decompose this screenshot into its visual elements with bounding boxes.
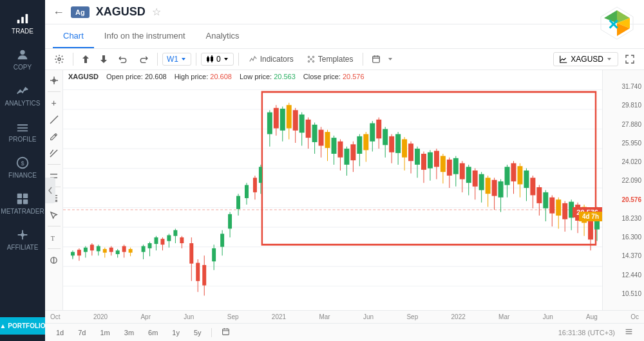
sidebar-item-metatrader[interactable]: METATRADER <box>0 187 45 220</box>
instrument-selector[interactable]: XAGUSD <box>553 52 618 66</box>
calendar-dropdown[interactable] <box>387 56 393 62</box>
tab-analytics[interactable]: Analytics <box>196 24 250 48</box>
line-tool[interactable] <box>46 112 62 127</box>
price-level-5: 24.020 <box>605 158 641 165</box>
svg-rect-4 <box>17 124 28 125</box>
svg-rect-96 <box>189 243 193 264</box>
diagonal-tool[interactable] <box>46 145 62 161</box>
arrow-up-button[interactable] <box>78 52 93 66</box>
period-5y[interactable]: 5y <box>189 327 206 338</box>
time-axis: Oct 2020 Apr Jun Sep 2021 Mar Jun Sep 20… <box>45 310 644 323</box>
analytics-icon <box>15 84 30 98</box>
tab-info[interactable]: Info on the instrument <box>94 24 196 48</box>
svg-point-23 <box>310 59 312 60</box>
copy-icon <box>15 48 30 62</box>
candle-type-select[interactable]: 0 <box>201 53 234 66</box>
svg-rect-174 <box>453 158 459 174</box>
period-1m[interactable]: 1m <box>96 327 115 338</box>
svg-rect-204 <box>549 198 554 214</box>
arrow-down-button[interactable] <box>96 52 111 66</box>
sidebar-item-analytics[interactable]: ANALYTICS <box>0 78 45 112</box>
svg-rect-138 <box>337 142 343 158</box>
sidebar-item-trade[interactable]: TRADE <box>0 6 45 40</box>
price-level-8: 16.300 <box>605 234 641 241</box>
price-level-3: 27.880 <box>605 121 641 128</box>
calendar-button[interactable] <box>368 52 384 66</box>
period-1d[interactable]: 1d <box>52 327 68 338</box>
undo-button[interactable] <box>114 51 132 67</box>
timeframe-select[interactable]: W1 <box>162 53 191 66</box>
chart-settings-bottom[interactable] <box>620 326 638 338</box>
svg-rect-162 <box>415 149 420 165</box>
sidebar-item-finance[interactable]: $ FINANCE <box>0 151 45 184</box>
sidebar-item-copy[interactable]: COPY <box>0 42 45 76</box>
svg-rect-196 <box>524 170 529 188</box>
svg-rect-216 <box>588 219 593 240</box>
pattern-tool[interactable] <box>46 252 62 268</box>
svg-rect-156 <box>395 134 401 152</box>
svg-rect-160 <box>408 143 413 161</box>
tool-sep-2 <box>48 164 61 165</box>
sep5 <box>363 53 363 66</box>
chart-main: XAGUSD Open price: 20.608 High price: 20… <box>63 70 602 310</box>
time-label-13: Oc <box>630 313 639 320</box>
indicators-button[interactable]: Indicators <box>243 52 299 66</box>
svg-rect-150 <box>376 120 381 138</box>
period-3m[interactable]: 3m <box>120 327 138 338</box>
affiliate-icon <box>15 228 30 242</box>
tab-chart[interactable]: Chart <box>53 24 94 48</box>
svg-rect-10 <box>23 194 28 198</box>
svg-rect-170 <box>440 156 446 172</box>
period-1y[interactable]: 1y <box>167 327 184 338</box>
svg-rect-190 <box>505 167 510 185</box>
bottom-sep <box>211 328 212 337</box>
svg-rect-88 <box>160 239 164 244</box>
templates-button[interactable]: Templates <box>301 52 359 66</box>
svg-rect-124 <box>293 110 298 131</box>
svg-line-36 <box>50 149 57 156</box>
select-tool[interactable] <box>46 207 62 223</box>
close-label: Close price: 20.576 <box>303 73 365 80</box>
svg-rect-212 <box>575 205 580 221</box>
time-label-7: Jun <box>363 313 374 320</box>
favorite-icon[interactable]: ☆ <box>152 6 161 18</box>
svg-rect-210 <box>569 202 574 218</box>
period-6m[interactable]: 6m <box>144 327 162 338</box>
svg-rect-166 <box>428 152 433 169</box>
low-label: Low price: 20.563 <box>240 73 296 80</box>
svg-rect-64 <box>77 250 81 255</box>
nav-toggle[interactable] <box>45 178 55 203</box>
main-content: ✕ ← Ag XAGUSD ☆ Chart Info on the instru… <box>45 0 644 341</box>
svg-rect-218 <box>594 210 600 229</box>
text-tool[interactable]: T <box>46 230 62 245</box>
crosshair-tool[interactable] <box>46 73 62 88</box>
sidebar-item-label: PROFILE <box>9 136 37 143</box>
pencil-tool[interactable] <box>46 129 62 144</box>
sep4 <box>238 53 239 66</box>
period-7d[interactable]: 7d <box>73 327 90 338</box>
svg-rect-152 <box>383 129 388 145</box>
svg-rect-114 <box>259 167 262 183</box>
svg-rect-46 <box>63 70 602 310</box>
redo-button[interactable] <box>135 51 153 67</box>
svg-rect-84 <box>148 243 152 248</box>
portfolio-button[interactable]: ▲ PORTFOLIO <box>0 317 45 335</box>
back-button[interactable]: ← <box>53 6 64 18</box>
fullscreen-button[interactable] <box>621 51 639 67</box>
crosshair2-tool[interactable]: + <box>46 95 62 111</box>
price-info-bar: XAGUSD Open price: 20.608 High price: 20… <box>68 73 365 80</box>
sidebar-item-label: AFFILIATE <box>7 244 39 251</box>
svg-rect-1 <box>21 17 24 23</box>
svg-point-25 <box>312 56 314 57</box>
settings-button[interactable] <box>50 51 68 67</box>
svg-rect-94 <box>180 237 184 243</box>
svg-rect-68 <box>90 244 94 250</box>
svg-rect-100 <box>202 265 206 286</box>
svg-rect-202 <box>543 192 548 208</box>
date-range-calendar[interactable] <box>217 326 234 338</box>
svg-rect-28 <box>373 56 380 62</box>
sidebar-item-profile[interactable]: PROFILE <box>0 115 45 148</box>
instrument-name: XAGUSD <box>96 5 146 19</box>
sidebar-item-affiliate[interactable]: AFFILIATE <box>0 223 45 256</box>
svg-rect-182 <box>479 174 484 190</box>
